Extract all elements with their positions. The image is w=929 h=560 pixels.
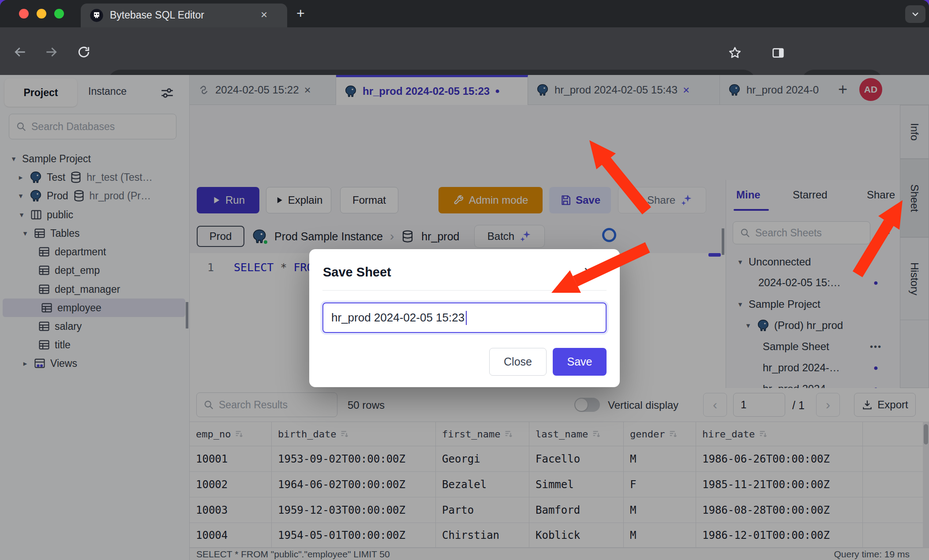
browser-navbar: localhost:8080/sql-editor/prod-sample-in… xyxy=(0,27,929,75)
chevron-down-icon xyxy=(910,9,921,19)
browser-window: Bytebase SQL Editor × + localhost:8080/s… xyxy=(0,0,929,560)
window-close-button[interactable] xyxy=(19,9,29,19)
tab-search-button[interactable] xyxy=(905,5,925,23)
tab-close-icon[interactable]: × xyxy=(261,8,267,22)
back-icon[interactable] xyxy=(13,45,27,59)
reload-icon[interactable] xyxy=(77,45,91,59)
side-panel-icon[interactable] xyxy=(771,46,785,60)
browser-tabstrip: Bytebase SQL Editor × + xyxy=(0,0,929,27)
save-sheet-modal: Save Sheet × hr_prod 2024-02-05 15:23 Cl… xyxy=(309,249,620,387)
sheet-name-input[interactable]: hr_prod 2024-02-05 15:23 xyxy=(322,302,607,333)
modal-close-icon[interactable]: × xyxy=(584,262,593,281)
forward-icon[interactable] xyxy=(44,45,58,59)
browser-tab[interactable]: Bytebase SQL Editor × xyxy=(81,4,287,27)
window-minimize-button[interactable] xyxy=(37,9,46,19)
text-caret xyxy=(466,311,467,325)
window-zoom-button[interactable] xyxy=(54,9,64,19)
modal-divider xyxy=(322,290,607,291)
bookmark-star-icon[interactable] xyxy=(728,46,742,60)
bytebase-favicon xyxy=(90,8,104,22)
browser-tab-title: Bytebase SQL Editor xyxy=(110,9,204,21)
modal-title: Save Sheet xyxy=(323,265,391,280)
modal-close-button[interactable]: Close xyxy=(489,348,547,376)
modal-save-button[interactable]: Save xyxy=(553,348,607,376)
new-tab-button[interactable]: + xyxy=(296,5,305,22)
sheet-name-value: hr_prod 2024-02-05 15:23 xyxy=(331,311,464,325)
